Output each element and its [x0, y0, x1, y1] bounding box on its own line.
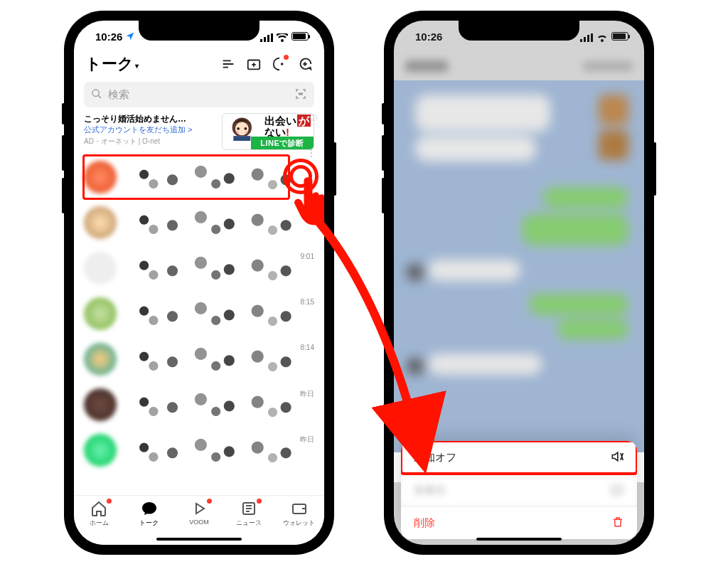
search-input[interactable]: 検索 [84, 82, 314, 107]
svg-rect-1 [264, 37, 266, 42]
search-icon [91, 88, 102, 102]
svg-rect-7 [299, 93, 303, 95]
row-time: 昨日 [300, 435, 314, 445]
new-chat-icon[interactable] [297, 56, 313, 72]
status-time: 10:26 [95, 31, 122, 43]
chat-background [394, 80, 644, 452]
status-time: 10:26 [415, 31, 442, 43]
avatar [84, 206, 117, 239]
svg-rect-21 [591, 33, 593, 42]
chat-row[interactable]: 9:01 [74, 245, 324, 291]
row-time: 8:15 [301, 298, 314, 306]
voom-icon [191, 500, 208, 517]
home-indicator[interactable] [476, 538, 562, 541]
sheet-mute-label: 通知オフ [414, 451, 456, 464]
sheet-delete[interactable]: 削除 [401, 506, 637, 539]
sort-icon[interactable] [220, 56, 236, 72]
hide-icon [610, 482, 624, 499]
svg-point-5 [282, 63, 283, 65]
qr-icon[interactable] [294, 87, 307, 102]
home-icon [90, 500, 107, 517]
tab-talk[interactable]: トーク [129, 500, 169, 528]
chat-row[interactable]: 昨日 [74, 427, 324, 473]
battery-icon [291, 32, 309, 41]
chat-row[interactable]: 8:15 [74, 291, 324, 336]
ad-source: AD・オーネット | O-net [84, 137, 218, 147]
svg-point-15 [245, 131, 247, 133]
chat-row[interactable]: 昨日 [74, 382, 324, 427]
avatar [84, 343, 117, 376]
folder-add-icon[interactable] [246, 56, 262, 72]
svg-point-12 [237, 127, 240, 130]
tab-news[interactable]: ニュース [229, 500, 269, 528]
bottom-tab-bar: ホーム トーク VOOM ニュース [74, 495, 324, 545]
battery-icon [611, 32, 628, 41]
wifi-icon [277, 32, 288, 41]
phone-left: 10:26 トーク ▾ [64, 11, 334, 555]
chat-list: 9:01 8:15 8:14 昨日 [74, 154, 324, 473]
svg-rect-11 [233, 136, 250, 141]
dropdown-icon: ▾ [135, 62, 139, 70]
cellular-icon [260, 32, 273, 41]
svg-rect-20 [587, 35, 589, 42]
sheet-delete-label: 削除 [414, 516, 435, 530]
search-placeholder: 検索 [108, 88, 129, 102]
sheet-hide-label: 非表示 [414, 484, 446, 497]
notch [139, 21, 259, 41]
svg-rect-19 [584, 37, 586, 42]
sheet-hide[interactable]: 非表示 [401, 474, 637, 506]
row-time: 9:01 [301, 252, 314, 260]
ad-banner: 出会いが ない! LINEで診断 [222, 113, 314, 150]
svg-rect-0 [260, 39, 262, 42]
avatar [84, 388, 117, 421]
chat-row[interactable]: 8:14 [74, 336, 324, 382]
avatar [84, 434, 117, 467]
home-indicator[interactable] [156, 538, 242, 541]
row-time: 8:14 [301, 344, 314, 351]
chat-row[interactable] [74, 154, 324, 200]
phone-right: 10:26 [384, 11, 654, 555]
ad-card[interactable]: こっそり婚活始めません… 公式アカウントを友だち追加 > AD・オーネット | … [84, 113, 314, 150]
page-title-text: トーク [85, 53, 134, 75]
trash-icon [611, 515, 624, 531]
news-icon [240, 500, 257, 517]
tab-home[interactable]: ホーム [79, 500, 119, 528]
tab-voom[interactable]: VOOM [179, 500, 219, 526]
location-icon [125, 31, 135, 41]
sheet-mute[interactable]: 通知オフ [401, 441, 637, 474]
ad-title: こっそり婚活始めません… [84, 113, 218, 124]
avatar [84, 297, 117, 330]
svg-rect-18 [580, 39, 582, 42]
page-title[interactable]: トーク ▾ [85, 53, 139, 75]
avatar [84, 252, 117, 284]
svg-rect-2 [267, 35, 269, 42]
mute-icon [610, 450, 624, 466]
svg-point-13 [245, 127, 247, 130]
assistant-icon[interactable] [272, 56, 287, 72]
svg-point-14 [237, 131, 239, 133]
chat-row[interactable] [74, 200, 324, 245]
avatar [84, 161, 117, 193]
wifi-icon [596, 32, 608, 41]
notch [459, 21, 579, 41]
svg-rect-3 [271, 33, 273, 42]
svg-point-6 [92, 90, 99, 96]
ad-close-icon[interactable]: ⓘ [310, 113, 317, 123]
tab-wallet[interactable]: ウォレット [279, 500, 319, 528]
wallet-icon [291, 500, 308, 517]
talk-icon [141, 500, 158, 517]
chat-header [394, 52, 644, 80]
talk-header: トーク ▾ [74, 52, 324, 82]
row-time: 昨日 [300, 389, 314, 399]
svg-rect-30 [612, 486, 621, 494]
action-sheet: 通知オフ 非表示 削除 [401, 441, 637, 539]
ad-link[interactable]: 公式アカウントを友だち追加 > [84, 124, 218, 135]
cellular-icon [580, 32, 593, 41]
